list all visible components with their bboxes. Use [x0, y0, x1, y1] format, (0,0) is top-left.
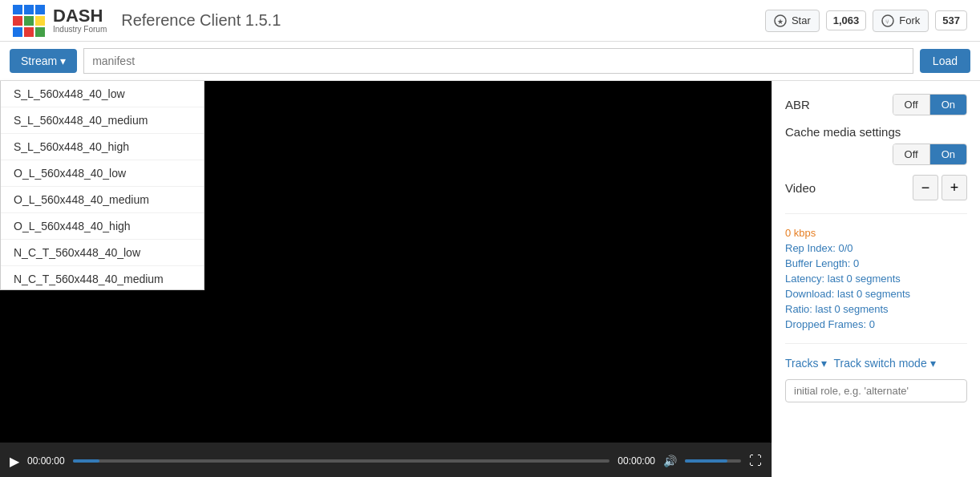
- logo-area: DASH Industry Forum Reference Client 1.5…: [13, 5, 765, 37]
- fullscreen-button[interactable]: ⛶: [749, 454, 762, 468]
- dropdown-item[interactable]: N_C_T_560x448_40_medium: [1, 266, 204, 289]
- video-quality-row: Video − +: [785, 175, 967, 200]
- fork-icon: ⑂: [881, 14, 894, 27]
- header-actions: ★ Star 1,063 ⑂ Fork 537: [765, 10, 967, 32]
- star-icon: ★: [774, 14, 787, 27]
- volume-icon[interactable]: 🔊: [663, 455, 677, 467]
- track-switch-button[interactable]: Track switch mode ▾: [833, 357, 935, 370]
- time-total: 00:00:00: [618, 455, 655, 467]
- progress-fill: [73, 459, 99, 463]
- cache-toggle-row: Off On: [785, 144, 967, 165]
- dropdown-list: S_L_560x448_40_lowS_L_560x448_40_mediumS…: [1, 81, 204, 289]
- abr-on-button[interactable]: On: [930, 95, 966, 115]
- stream-chevron-icon: ▾: [60, 55, 66, 67]
- fork-button[interactable]: ⑂ Fork: [873, 10, 929, 32]
- dropdown-item[interactable]: S_L_560x448_40_low: [1, 81, 204, 107]
- stat-ratio: Ratio: last 0 segments: [785, 303, 967, 315]
- svg-text:★: ★: [777, 18, 784, 26]
- stream-label: Stream: [21, 55, 57, 67]
- dropdown-item[interactable]: O_L_560x448_40_low: [1, 160, 204, 187]
- fork-count: 537: [935, 10, 967, 30]
- video-plus-button[interactable]: +: [942, 175, 967, 200]
- cache-setting-block: Cache media settings Off On: [785, 125, 967, 165]
- track-switch-chevron-icon: ▾: [930, 357, 936, 370]
- stat-kbps: 0 kbps: [785, 227, 967, 239]
- star-label: Star: [792, 14, 811, 26]
- video-container: S_L_560x448_40_lowS_L_560x448_40_mediumS…: [0, 81, 771, 477]
- bottom-controls: Tracks ▾ Track switch mode ▾: [785, 357, 967, 370]
- volume-fill: [685, 459, 727, 463]
- stat-latency: Latency: last 0 segments: [785, 273, 967, 285]
- abr-off-button[interactable]: Off: [893, 95, 930, 115]
- dropdown-item[interactable]: O_L_560x448_40_high: [1, 213, 204, 240]
- manifest-input[interactable]: [83, 48, 913, 74]
- logo-sub: Industry Forum: [53, 25, 107, 34]
- abr-toggle: Off On: [893, 94, 967, 115]
- dropdown-item[interactable]: S_L_560x448_40_medium: [1, 107, 204, 134]
- divider-1: [785, 213, 967, 214]
- role-input[interactable]: [785, 379, 967, 402]
- tracks-label: Tracks: [785, 357, 818, 370]
- logo-dash: DASH: [53, 7, 107, 25]
- abr-label: ABR: [785, 98, 810, 111]
- side-panel: ABR Off On Cache media settings Off On V…: [771, 81, 980, 477]
- abr-setting: ABR Off On: [785, 94, 967, 115]
- video-label: Video: [785, 181, 816, 195]
- play-button[interactable]: ▶: [10, 454, 19, 469]
- stat-download: Download: last 0 segments: [785, 288, 967, 300]
- cache-on-button[interactable]: On: [930, 144, 966, 164]
- main-area: S_L_560x448_40_lowS_L_560x448_40_mediumS…: [0, 81, 980, 477]
- stat-buffer-length: Buffer Length: 0: [785, 257, 967, 269]
- cache-toggle: Off On: [893, 144, 967, 165]
- track-switch-label: Track switch mode: [833, 357, 926, 370]
- video-minus-button[interactable]: −: [913, 175, 938, 200]
- header: DASH Industry Forum Reference Client 1.5…: [0, 0, 980, 42]
- video-controls: ▶ 00:00:00 00:00:00 🔊 ⛶: [0, 443, 771, 477]
- dropdown-item[interactable]: S_L_560x448_40_high: [1, 134, 204, 160]
- fork-label: Fork: [899, 14, 920, 26]
- progress-bar[interactable]: [73, 459, 610, 463]
- svg-text:⑂: ⑂: [885, 18, 889, 26]
- divider-2: [785, 343, 967, 344]
- dropdown-item[interactable]: N_C_T_560x448_40_low: [1, 240, 204, 266]
- stat-dropped-frames: Dropped Frames: 0: [785, 318, 967, 330]
- volume-bar[interactable]: [685, 459, 741, 463]
- cache-off-button[interactable]: Off: [893, 144, 930, 164]
- cache-label: Cache media settings: [785, 125, 967, 139]
- stat-rep-index: Rep Index: 0/0: [785, 242, 967, 254]
- time-current: 00:00:00: [27, 455, 65, 467]
- tracks-chevron-icon: ▾: [821, 357, 827, 370]
- dropdown-item[interactable]: O_L_560x448_40_medium: [1, 187, 204, 213]
- video-pm-controls: − +: [913, 175, 967, 200]
- load-button[interactable]: Load: [920, 49, 970, 73]
- tracks-button[interactable]: Tracks ▾: [785, 357, 827, 370]
- video-player[interactable]: S_L_560x448_40_lowS_L_560x448_40_mediumS…: [0, 81, 771, 477]
- toolbar: Stream ▾ Load: [0, 42, 980, 81]
- stats-section: 0 kbps Rep Index: 0/0 Buffer Length: 0 L…: [785, 227, 967, 330]
- star-count: 1,063: [826, 10, 867, 30]
- stream-dropdown: S_L_560x448_40_lowS_L_560x448_40_mediumS…: [0, 81, 205, 290]
- logo-icon: [13, 5, 45, 37]
- stream-button[interactable]: Stream ▾: [10, 49, 77, 73]
- star-button[interactable]: ★ Star: [765, 10, 820, 32]
- app-title: Reference Client 1.5.1: [121, 11, 281, 30]
- logo-text: DASH Industry Forum: [53, 7, 107, 34]
